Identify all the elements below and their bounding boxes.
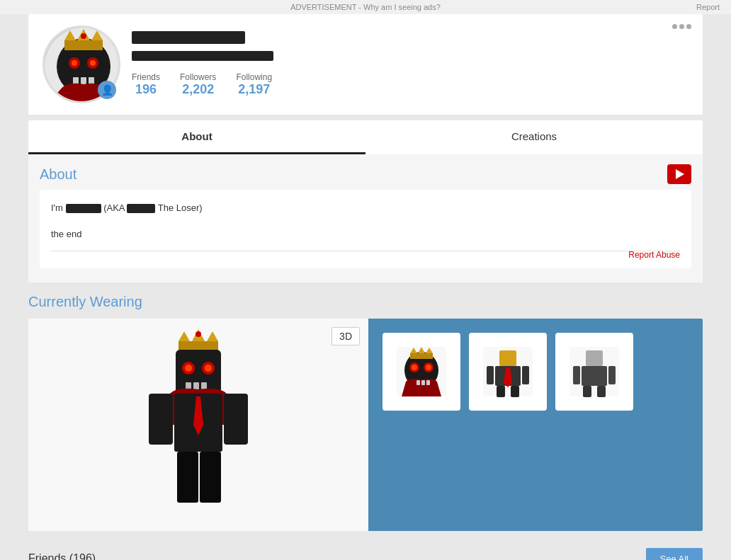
svg-rect-55 — [586, 350, 603, 366]
svg-rect-39 — [410, 353, 433, 359]
3d-badge[interactable]: 3D — [332, 327, 360, 345]
svg-rect-45 — [426, 380, 430, 385]
svg-rect-52 — [497, 386, 505, 397]
menu-dot-2 — [679, 24, 684, 29]
bio-name-redact-2 — [127, 204, 155, 213]
svg-rect-44 — [421, 380, 425, 385]
bio-aka: (AKA — [103, 202, 125, 213]
about-box: I'm (AKA The Loser) the end Report Abuse — [40, 190, 691, 268]
youtube-button[interactable] — [667, 164, 691, 184]
svg-rect-32 — [200, 452, 221, 503]
svg-rect-13 — [89, 77, 94, 84]
followers-label: Followers — [180, 72, 216, 82]
about-section-header: About — [28, 154, 703, 190]
menu-dot-3 — [686, 24, 691, 29]
profile-card: 👤 Friends 196 Followers 2,202 Following … — [28, 14, 703, 115]
profile-info: Friends 196 Followers 2,202 Following 2,… — [132, 25, 688, 97]
svg-rect-14 — [178, 341, 218, 351]
svg-marker-17 — [207, 331, 218, 341]
svg-rect-25 — [193, 382, 199, 389]
avatar-wrap: 👤 — [42, 25, 120, 103]
wearing-item-1[interactable] — [382, 333, 460, 411]
bio-line-1: I'm (AKA The Loser) — [51, 201, 680, 216]
bio-prefix: I'm — [51, 202, 63, 213]
profile-header: 👤 Friends 196 Followers 2,202 Following … — [42, 25, 688, 103]
svg-rect-31 — [177, 452, 198, 503]
svg-point-37 — [412, 365, 417, 370]
profile-menu[interactable] — [672, 24, 691, 29]
svg-rect-51 — [522, 366, 529, 384]
svg-rect-47 — [499, 350, 516, 366]
item-outfit-icon — [480, 343, 536, 400]
wearing-item-3[interactable] — [555, 333, 633, 411]
ad-text: ADVERTISEMENT - Why am I seeing ads? — [290, 3, 441, 11]
friends-value: 196 — [135, 82, 157, 97]
friends-label: Friends — [132, 72, 160, 82]
followers-value: 2,202 — [182, 82, 214, 97]
ad-bar: ADVERTISEMENT - Why am I seeing ads? Rep… — [0, 0, 731, 14]
following-value: 2,197 — [238, 82, 270, 97]
svg-rect-53 — [511, 386, 519, 397]
wearing-card: 3D — [28, 319, 703, 531]
svg-rect-30 — [224, 394, 248, 445]
following-label: Following — [236, 72, 272, 82]
stats-row: Friends 196 Followers 2,202 Following 2,… — [132, 72, 688, 97]
svg-point-4 — [72, 60, 77, 66]
stat-following: Following 2,197 — [236, 72, 272, 97]
main-content: About I'm (AKA The Loser) the end Report… — [28, 154, 703, 282]
svg-rect-58 — [608, 366, 616, 384]
svg-point-5 — [90, 60, 96, 66]
person-icon: 👤 — [101, 84, 113, 96]
about-section-title: About — [40, 166, 76, 183]
wearing-section: Currently Wearing — [28, 294, 703, 531]
friends-title: Friends (196) — [28, 552, 96, 560]
wearing-3d-viewer[interactable]: 3D — [28, 319, 368, 531]
bio-suffix: The Loser) — [158, 202, 203, 213]
svg-point-22 — [185, 365, 192, 372]
svg-rect-43 — [416, 380, 420, 385]
about-divider — [51, 251, 680, 251]
friends-bar: Friends (196) See All — [28, 542, 703, 560]
svg-rect-24 — [186, 382, 191, 389]
report-abuse-link[interactable]: Report Abuse — [628, 250, 680, 260]
menu-dot-1 — [672, 24, 677, 29]
stat-friends: Friends 196 — [132, 72, 160, 97]
tabs-bar: About Creations — [28, 120, 703, 154]
svg-rect-6 — [64, 40, 103, 50]
youtube-play-icon — [676, 169, 684, 179]
svg-point-18 — [196, 331, 201, 337]
svg-rect-57 — [573, 366, 580, 384]
svg-point-38 — [426, 365, 431, 370]
tab-about[interactable]: About — [28, 120, 366, 154]
svg-rect-60 — [597, 386, 606, 397]
svg-rect-59 — [583, 386, 591, 397]
wearing-title: Currently Wearing — [28, 294, 703, 313]
displayname-redacted — [132, 51, 273, 61]
svg-rect-12 — [81, 77, 86, 84]
item-mask-icon — [393, 343, 450, 400]
bio-line-2: the end — [51, 227, 680, 242]
see-all-button[interactable]: See All — [646, 548, 703, 560]
bio-name-redact-1 — [66, 204, 101, 213]
item-outfit-back-icon — [566, 343, 623, 400]
svg-rect-50 — [487, 366, 494, 384]
username-redacted — [132, 31, 245, 44]
wearing-items — [368, 319, 703, 531]
avatar-badge: 👤 — [98, 81, 116, 99]
report-ad-link[interactable]: Report — [696, 3, 720, 11]
stat-followers: Followers 2,202 — [180, 72, 216, 97]
character-svg — [128, 326, 269, 524]
svg-point-23 — [205, 365, 212, 372]
wearing-item-2[interactable] — [469, 333, 547, 411]
svg-point-10 — [81, 33, 86, 39]
tab-creations[interactable]: Creations — [366, 120, 703, 154]
svg-rect-29 — [149, 394, 173, 445]
svg-rect-26 — [201, 382, 207, 389]
svg-marker-15 — [178, 331, 190, 341]
svg-rect-56 — [582, 366, 607, 386]
svg-rect-11 — [73, 77, 79, 84]
